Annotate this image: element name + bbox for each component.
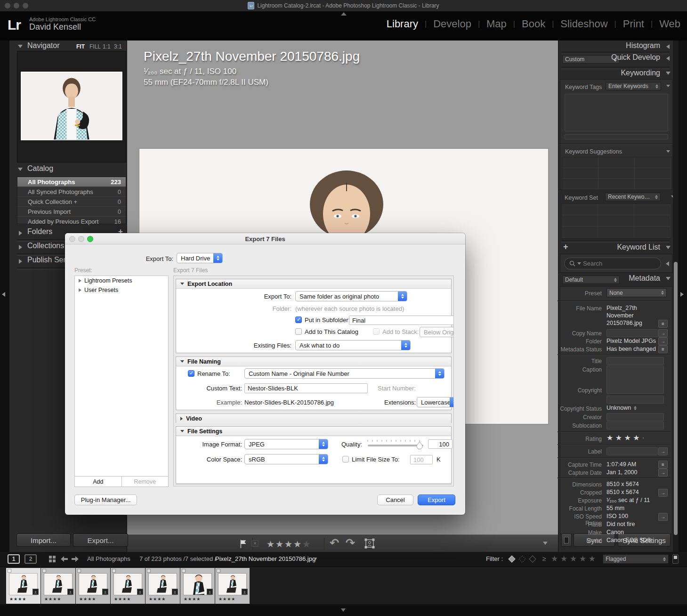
catalog-item-previous-import[interactable]: Previous Import 0 [17, 206, 126, 216]
keyword-set-grid[interactable] [561, 203, 671, 238]
histogram-title[interactable]: Histogram [626, 41, 660, 50]
filter-flag-reject-icon[interactable] [528, 555, 537, 565]
thumb-rating[interactable]: ★★★★ [44, 597, 61, 601]
keyword-tags-mode-dropdown[interactable]: Enter Keywords [606, 82, 661, 90]
iso-go-icon[interactable]: → [658, 513, 668, 521]
metadata-collapse-icon[interactable] [666, 277, 671, 280]
keywording-title[interactable]: Keywording [621, 69, 660, 77]
thumb-badge-icon[interactable]: ± [102, 589, 108, 595]
disclosure-icon[interactable] [79, 288, 81, 292]
stack-position-dropdown[interactable]: Below Original [420, 327, 454, 337]
metadata-caption-field[interactable] [606, 365, 664, 394]
folders-expand-icon[interactable] [19, 231, 22, 235]
right-edge-strip[interactable] [678, 41, 687, 552]
catalog-item-quick-collection[interactable]: Quick Collection + 0 [17, 196, 126, 206]
right-panel-scrollbar[interactable] [673, 41, 679, 552]
catalog-item-all-photographs[interactable]: All Photographs 223 [17, 177, 126, 186]
subfolder-field[interactable]: Final [349, 316, 454, 325]
keyword-set-dropdown[interactable]: Recent Keywo… [605, 193, 661, 201]
crop-overlay-button[interactable] [364, 538, 375, 551]
filmstrip-thumb-1[interactable]: ± ★★★★ [6, 568, 40, 604]
histogram-expand-icon[interactable] [666, 44, 670, 49]
video-header[interactable]: Video [176, 414, 451, 423]
keyword-entry-field[interactable] [565, 134, 668, 139]
put-in-subfolder-checkbox[interactable] [295, 316, 302, 323]
capture-date-go-icon[interactable]: → [658, 469, 668, 477]
filmstrip-file-caret-icon[interactable]: ▾ [314, 555, 317, 562]
rotate-right-button[interactable]: ↷ [346, 536, 355, 550]
filter-gte-icon[interactable]: ≥ [542, 555, 546, 562]
dialog-titlebar[interactable]: Export 7 Files [65, 233, 465, 244]
metadata-creator-field[interactable] [606, 413, 664, 421]
status-resolve-icon[interactable]: ≡ [658, 345, 668, 353]
flag-reject-icon[interactable] [251, 540, 259, 550]
metadata-mode-dropdown[interactable]: Default [562, 276, 620, 284]
settings-scroll-area[interactable]: Export Location Export To: Same folder a… [173, 276, 454, 486]
right-panel-collapse-icon[interactable] [680, 292, 684, 297]
keyword-list-add-icon[interactable]: + [563, 242, 568, 252]
catalog-item-synced[interactable]: All Synced Photographs 0 [17, 186, 126, 196]
metadata-copyright-field[interactable] [606, 396, 664, 404]
filter-mode-dropdown[interactable]: Flagged [603, 554, 669, 564]
keyword-suggestions-collapse-icon[interactable] [666, 150, 670, 153]
thumb-rating[interactable]: ★★★★ [114, 597, 131, 601]
keyword-search-field[interactable]: Search [564, 258, 661, 269]
dialog-export-to-dropdown[interactable]: Hard Drive [177, 253, 223, 263]
custom-text-field[interactable]: Nestor-Slides-BLK [244, 383, 368, 393]
limit-file-size-checkbox[interactable] [342, 456, 349, 462]
label-go-icon[interactable]: → [658, 447, 668, 455]
thumb-flag-icon[interactable] [112, 569, 116, 573]
module-web[interactable]: Web [653, 18, 681, 30]
add-to-catalog-checkbox[interactable] [295, 328, 302, 335]
capture-time-edit-icon[interactable]: ≡ [658, 461, 668, 469]
navigator-mode-fill[interactable]: FILL [89, 43, 101, 50]
color-space-dropdown[interactable]: sRGB [244, 454, 328, 464]
metadata-label-field[interactable] [606, 447, 658, 455]
toolbar-options-icon[interactable] [543, 542, 548, 545]
keyword-list-collapse-icon[interactable] [666, 246, 671, 249]
copy-name-go-icon[interactable]: → [658, 329, 668, 337]
filter-stars[interactable]: ★ ★ ★ ★ ★ [551, 554, 596, 564]
metadata-sublocation-field[interactable] [606, 421, 664, 430]
grid-view-shortcut-icon[interactable] [49, 556, 56, 565]
thumb-badge-icon[interactable]: ± [137, 589, 143, 595]
collections-expand-icon[interactable] [19, 245, 22, 250]
thumb-rating[interactable]: ★★★★ [184, 597, 201, 601]
export-main-button[interactable]: Export... [73, 534, 128, 547]
second-window-button[interactable]: 2 [24, 554, 37, 564]
catalog-collapse-icon[interactable] [18, 168, 23, 171]
catalog-item-added-by-export[interactable]: Added by Previous Export 16 [17, 216, 126, 226]
left-panel-collapse-icon[interactable] [2, 292, 5, 297]
cropped-go-icon[interactable]: → [658, 489, 668, 497]
metadata-copy-name-field[interactable] [606, 329, 658, 337]
thumb-rating[interactable]: ★★★★ [218, 597, 235, 601]
add-to-stack-checkbox[interactable] [373, 328, 380, 335]
rotate-left-button[interactable]: ↶ [330, 536, 339, 550]
publish-services-expand-icon[interactable] [19, 259, 22, 264]
thumb-badge-icon[interactable]: ± [32, 589, 39, 595]
quality-value-field[interactable]: 100 [428, 439, 453, 449]
thumb-flag-icon[interactable] [182, 569, 186, 573]
preset-item-user[interactable]: User Presets [75, 285, 168, 295]
previous-photo-button[interactable] [60, 556, 68, 564]
left-edge-strip[interactable] [0, 41, 9, 552]
navigator-preview[interactable] [17, 51, 126, 162]
thumb-flag-icon[interactable] [77, 569, 81, 573]
main-window-button[interactable]: 1 [8, 554, 20, 564]
filmstrip-thumb-2[interactable]: ± ★★★★ [41, 568, 75, 604]
navigator-mode-fit[interactable]: FIT [76, 43, 85, 50]
folders-title[interactable]: Folders [27, 227, 52, 236]
existing-files-dropdown[interactable]: Ask what to do [295, 340, 411, 350]
filmstrip-thumb-4[interactable]: ± ★★★★ [111, 568, 145, 604]
preset-list[interactable]: Lightroom Presets User Presets [74, 276, 169, 477]
filmstrip-thumb-7[interactable]: ± ★★★★ [215, 568, 250, 604]
export-to-dropdown[interactable]: Same folder as original photo [295, 291, 407, 301]
filmstrip-thumb-5[interactable]: ± ★★★★ [145, 568, 180, 604]
disclosure-icon[interactable] [79, 279, 81, 283]
filmstrip-source[interactable]: All Photographs [87, 555, 130, 562]
keyword-tags-textarea[interactable] [565, 94, 668, 131]
metadata-copyright-status-value[interactable]: Unknown [606, 405, 637, 411]
module-map[interactable]: Map [480, 18, 513, 30]
filter-flag-pick-icon[interactable] [508, 555, 516, 565]
filmstrip-current-file[interactable]: Pixelz_27th November 20150786.jpg [215, 555, 315, 562]
